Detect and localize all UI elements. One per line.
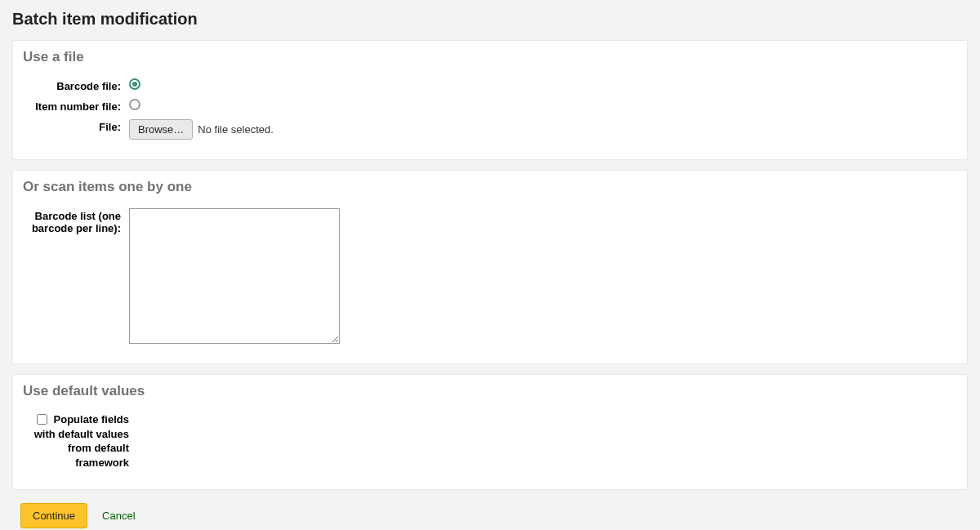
barcode-file-radio-wrap <box>129 78 140 90</box>
barcode-file-label: Barcode file: <box>23 78 129 92</box>
continue-button[interactable]: Continue <box>20 503 87 528</box>
itemnumber-file-label: Item number file: <box>23 99 129 113</box>
populate-defaults-checkbox[interactable] <box>37 414 47 425</box>
file-status-text: No file selected. <box>198 123 274 136</box>
default-values-panel: Use default values Populate fields with … <box>12 374 968 490</box>
barcode-list-textarea[interactable] <box>129 208 340 344</box>
barcode-list-label: Barcode list (one barcode per line): <box>23 208 129 234</box>
scan-items-panel: Or scan items one by one Barcode list (o… <box>12 170 968 364</box>
actions-bar: Continue Cancel <box>12 500 968 528</box>
populate-defaults-block[interactable]: Populate fields with default values from… <box>23 412 129 470</box>
default-values-heading: Use default values <box>23 383 957 399</box>
use-a-file-heading: Use a file <box>23 49 957 65</box>
itemnumber-file-radio-wrap <box>129 99 140 110</box>
scan-items-heading: Or scan items one by one <box>23 179 957 195</box>
populate-defaults-label: Populate fields with default values from… <box>34 413 129 469</box>
file-label: File: <box>23 119 129 133</box>
cancel-link[interactable]: Cancel <box>102 510 135 522</box>
use-a-file-panel: Use a file Barcode file: Item number fil… <box>12 40 968 160</box>
browse-button[interactable]: Browse… <box>129 119 193 140</box>
page-title: Batch item modification <box>12 10 968 29</box>
